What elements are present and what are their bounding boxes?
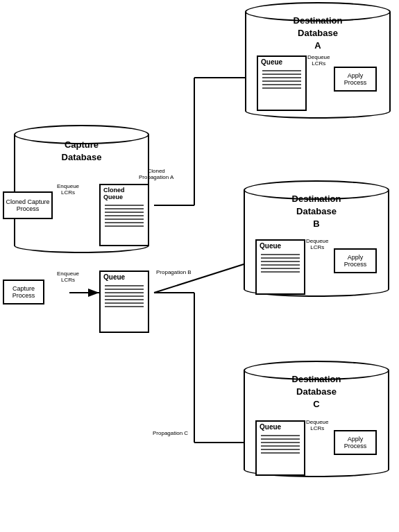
dequeue-lcrs-a-label: DequeueLCRs bbox=[307, 54, 330, 67]
dest-c-queue-label: Queue bbox=[257, 422, 304, 432]
capture-process-label: CaptureProcess bbox=[12, 285, 35, 299]
dest-b-label: DestinationDatabaseB bbox=[244, 193, 389, 231]
dest-c-queue-doc: Queue bbox=[255, 420, 305, 476]
cloned-queue-doc: ClonedQueue bbox=[99, 184, 149, 246]
dest-b-queue-label: Queue bbox=[257, 241, 304, 251]
diagram: CaptureDatabase DestinationDatabaseA Des… bbox=[0, 0, 399, 532]
enqueue-lcrs-2-label: EnqueueLCRs bbox=[57, 271, 79, 283]
svg-line-6 bbox=[154, 260, 257, 293]
dest-a-queue-doc: Queue bbox=[257, 55, 307, 111]
dest-b-queue-doc: Queue bbox=[255, 239, 305, 295]
capture-process: CaptureProcess bbox=[3, 280, 44, 304]
apply-b-label: ApplyProcess bbox=[344, 254, 367, 268]
dest-a-label: DestinationDatabaseA bbox=[245, 15, 391, 53]
apply-c-label: ApplyProcess bbox=[344, 436, 367, 449]
propagation-c-label: Propagation C bbox=[153, 430, 188, 436]
cloned-propagation-a-label: ClonedPropagation A bbox=[139, 168, 173, 180]
capture-database-label: CaptureDatabase bbox=[14, 139, 149, 164]
dest-c-label: DestinationDatabaseC bbox=[244, 373, 389, 411]
dest-a-queue-label: Queue bbox=[258, 57, 305, 67]
cloned-capture-label: Cloned CaptureProcess bbox=[6, 198, 49, 212]
enqueue-lcrs-1-label: EnqueueLCRs bbox=[57, 183, 79, 196]
apply-process-a: ApplyProcess bbox=[334, 67, 377, 92]
apply-a-label: ApplyProcess bbox=[344, 72, 367, 86]
cloned-capture-process: Cloned CaptureProcess bbox=[3, 191, 53, 219]
capture-queue-doc: Queue bbox=[99, 271, 149, 333]
propagation-b-label: Propagation B bbox=[156, 269, 192, 275]
dequeue-lcrs-c-label: DequeueLCRs bbox=[306, 419, 328, 431]
dequeue-lcrs-b-label: DequeueLCRs bbox=[306, 238, 328, 250]
cloned-queue-label: ClonedQueue bbox=[101, 185, 148, 202]
apply-process-b: ApplyProcess bbox=[334, 248, 377, 273]
apply-process-c: ApplyProcess bbox=[334, 430, 377, 455]
capture-queue-label: Queue bbox=[101, 272, 148, 282]
